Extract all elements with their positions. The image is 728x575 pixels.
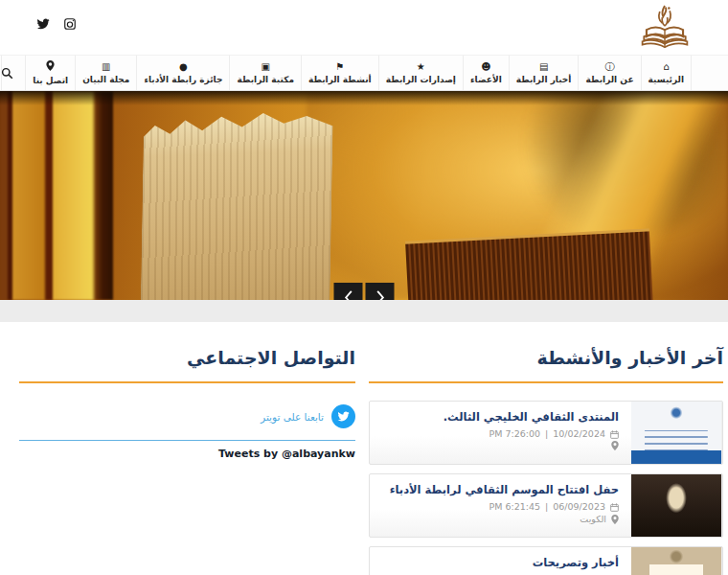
news-thumbnail bbox=[631, 547, 722, 575]
nav-label: عن الرابطة bbox=[585, 75, 633, 84]
main-content: آخر الأخبار والأنشطة المنتدى الثقافي الخ… bbox=[0, 322, 728, 575]
instagram-icon[interactable] bbox=[63, 17, 77, 31]
orange-underline bbox=[19, 381, 355, 383]
nav-label: إصدارات الرابطة bbox=[386, 75, 456, 84]
nav-item-about[interactable]: ⓘ عن الرابطة bbox=[578, 56, 640, 90]
orange-underline bbox=[369, 381, 723, 383]
news-thumbnail bbox=[631, 402, 722, 464]
search-icon[interactable] bbox=[1, 67, 13, 80]
news-date-row: 06/09/2023 | PM 6:21:45 bbox=[377, 501, 619, 513]
nav-label: اتصل بنا bbox=[33, 76, 68, 85]
news-card-2[interactable]: حفل افتتاح الموسم الثقافي لرابطة الأدباء… bbox=[369, 473, 723, 538]
next-slide-button[interactable] bbox=[366, 283, 395, 300]
nav-item-home[interactable]: ⌂ الرئيسية bbox=[641, 56, 692, 90]
nav-label: أخبار الرابطة bbox=[516, 75, 572, 84]
location-icon bbox=[46, 60, 55, 73]
news-section-title: آخر الأخبار والأنشطة bbox=[369, 347, 723, 369]
news-title[interactable]: المنتدى الثقافي الخليجي الثالث. bbox=[377, 410, 619, 424]
nav-item-news[interactable]: ▤ أخبار الرابطة bbox=[509, 56, 579, 90]
twitter-icon[interactable] bbox=[36, 17, 50, 31]
nav-item-contact[interactable]: اتصل بنا bbox=[25, 56, 75, 90]
news-icon: ▤ bbox=[539, 61, 548, 72]
nav-label: الرئيسية bbox=[648, 75, 684, 84]
top-bar bbox=[0, 0, 728, 55]
nav-label: الأعضاء bbox=[470, 75, 502, 84]
twitter-follow-link[interactable]: تابعنا على تويتر bbox=[261, 411, 324, 423]
slider-controls bbox=[334, 283, 395, 300]
news-location-row bbox=[377, 441, 619, 450]
news-title[interactable]: أخبار وتصريحات bbox=[377, 556, 619, 569]
info-icon: ⓘ bbox=[605, 61, 615, 72]
main-nav: ⌂ الرئيسية ⓘ عن الرابطة ▤ أخبار الرابطة … bbox=[0, 55, 728, 91]
section-divider bbox=[0, 300, 728, 322]
news-card-1[interactable]: المنتدى الثقافي الخليجي الثالث. 10/02/20… bbox=[369, 401, 723, 465]
nav-item-library[interactable]: ▣ مكتبة الرابطة bbox=[229, 56, 301, 90]
publications-icon: ★ bbox=[417, 61, 425, 72]
award-icon: ● bbox=[179, 61, 188, 72]
nav-label: جائزة رابطة الأدباء bbox=[144, 75, 222, 84]
social-section: التواصل الاجتماعي تابعنا على تويتر Tweet… bbox=[19, 347, 355, 575]
news-time: PM 6:21:45 bbox=[489, 501, 540, 513]
nav-label: أنشطة الرابطة bbox=[308, 75, 372, 84]
nav-item-publications[interactable]: ★ إصدارات الرابطة bbox=[378, 56, 463, 90]
social-icons bbox=[36, 17, 77, 31]
chevron-right-icon bbox=[375, 290, 385, 301]
nav-item-magazine[interactable]: ▥ مجلة البيان bbox=[75, 56, 136, 90]
nav-label: مجلة البيان bbox=[82, 75, 129, 84]
calendar-icon bbox=[610, 430, 619, 439]
prev-slide-button[interactable] bbox=[334, 283, 363, 300]
latest-news-section: آخر الأخبار والأنشطة المنتدى الثقافي الخ… bbox=[369, 347, 723, 575]
news-card-3[interactable]: أخبار وتصريحات bbox=[369, 546, 723, 575]
separator: | bbox=[545, 501, 548, 513]
news-date: 10/02/2024 bbox=[553, 428, 605, 440]
separator: | bbox=[545, 428, 548, 440]
news-time: PM 7:26:00 bbox=[489, 428, 540, 440]
location-pin-icon bbox=[611, 441, 619, 450]
nav-item-members[interactable]: ☻ الأعضاء bbox=[463, 56, 509, 90]
magazine-icon: ▥ bbox=[102, 61, 110, 72]
news-date-row: 10/02/2024 | PM 7:26:00 bbox=[377, 428, 619, 440]
tweets-by-link[interactable]: Tweets by @albayankw bbox=[19, 448, 355, 460]
writers-association-logo[interactable] bbox=[640, 3, 690, 52]
news-thumbnail bbox=[631, 474, 722, 537]
news-location: الكويت bbox=[580, 514, 606, 525]
members-icon: ☻ bbox=[481, 61, 490, 72]
library-icon: ▣ bbox=[261, 61, 269, 72]
home-icon: ⌂ bbox=[663, 61, 669, 72]
news-location-row: الكويت bbox=[377, 514, 619, 525]
social-section-title: التواصل الاجتماعي bbox=[19, 347, 355, 369]
search-box bbox=[1, 56, 25, 90]
twitter-follow-row: تابعنا على تويتر bbox=[19, 404, 355, 441]
news-date: 06/09/2023 bbox=[553, 501, 605, 513]
nav-item-award[interactable]: ● جائزة رابطة الأدباء bbox=[136, 56, 229, 90]
calendar-icon bbox=[610, 503, 619, 512]
news-title[interactable]: حفل افتتاح الموسم الثقافي لرابطة الأدباء bbox=[377, 483, 619, 496]
hero-slider bbox=[0, 91, 728, 300]
chevron-left-icon bbox=[343, 290, 353, 301]
nav-label: مكتبة الرابطة bbox=[237, 75, 294, 84]
activities-icon: ⚑ bbox=[335, 61, 344, 72]
location-pin-icon bbox=[611, 515, 619, 524]
twitter-badge-icon[interactable] bbox=[331, 404, 355, 428]
nav-item-activities[interactable]: ⚑ أنشطة الرابطة bbox=[301, 56, 378, 90]
